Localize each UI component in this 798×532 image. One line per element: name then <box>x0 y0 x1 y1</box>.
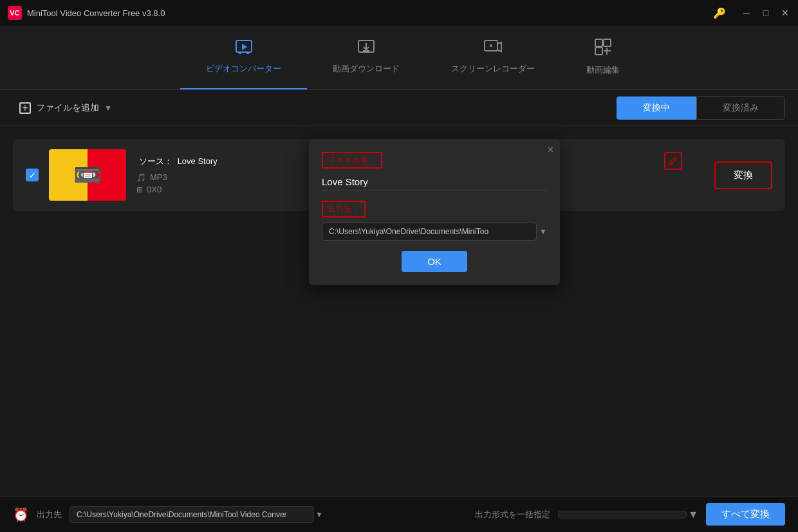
path-dropdown-icon[interactable]: ▼ <box>539 227 547 236</box>
format-batch-label: 出力形式を一括指定 <box>475 509 550 520</box>
main-content: 📼 ソース： Love Story 🎵 MP3 ⏱ 00:01:57 ⊞ 0X <box>0 126 798 496</box>
nav-item-video-converter[interactable]: ビデオコンバーター <box>180 26 307 89</box>
key-icon[interactable]: 🔑 <box>713 7 726 19</box>
output-label: 出力先： <box>322 201 366 217</box>
popup-close-button[interactable]: × <box>548 144 553 156</box>
screen-recorder-icon <box>484 40 502 58</box>
ok-button[interactable]: OK <box>402 251 467 272</box>
output-path-field[interactable]: C:\Users\Yukiya\OneDrive\Documents\MiniT… <box>322 223 537 241</box>
add-file-button[interactable]: + ファイルを追加 ▼ <box>13 98 118 118</box>
tab-converting[interactable]: 変換中 <box>617 96 696 120</box>
svg-rect-10 <box>604 39 611 46</box>
minimize-button[interactable]: ─ <box>741 8 752 18</box>
plus-icon: + <box>19 102 31 114</box>
title-bar: VC MiniTool Video Converter Free v3.8.0 … <box>0 0 798 26</box>
close-button[interactable]: ✕ <box>780 8 790 18</box>
cassette-icon: 📼 <box>73 161 102 188</box>
resolution-value: 0X0 <box>147 185 162 194</box>
video-edit-icon <box>595 39 611 59</box>
nav-item-screen-recorder[interactable]: スクリーンレコーダー <box>425 26 561 89</box>
resolution-icon: ⊞ <box>136 185 143 194</box>
filename-value: Love Story <box>322 174 547 190</box>
source-label: ソース： <box>139 156 172 166</box>
svg-rect-3 <box>246 53 249 54</box>
format-value: MP3 <box>150 172 167 182</box>
nav-bar: ビデオコンバーター 動画ダウンロード スクリーンレコー <box>0 26 798 90</box>
tab-converted[interactable]: 変換済み <box>696 96 785 120</box>
app-title: MiniTool Video Converter Free v3.8.0 <box>27 8 165 18</box>
svg-marker-1 <box>242 44 247 50</box>
output-section: 出力先： C:\Users\Yukiya\OneDrive\Documents\… <box>322 201 547 241</box>
tab-group: 変換中 変換済み <box>617 96 785 120</box>
maximize-button[interactable]: □ <box>761 8 771 18</box>
cassette-art: 📼 <box>49 149 126 201</box>
title-bar-controls: 🔑 ─ □ ✕ <box>713 7 790 19</box>
schedule-icon[interactable]: ⏰ <box>13 507 29 522</box>
format-icon: 🎵 <box>136 173 146 182</box>
format-select-arrow-icon[interactable]: ▼ <box>688 509 698 520</box>
svg-point-8 <box>490 44 492 47</box>
edit-icon-button[interactable] <box>664 152 682 170</box>
dropdown-arrow-icon: ▼ <box>104 104 112 113</box>
bottom-bar: ⏰ 出力先 C:\Users\Yukiya\OneDrive\Documents… <box>0 496 798 532</box>
svg-rect-9 <box>595 39 602 46</box>
bottom-path-arrow-icon[interactable]: ▼ <box>315 510 323 519</box>
nav-label-screen-recorder: スクリーンレコーダー <box>451 63 535 75</box>
window-controls: ─ □ ✕ <box>741 8 790 18</box>
toolbar: + ファイルを追加 ▼ 変換中 変換済み <box>0 90 798 126</box>
bottom-output-label: 出力先 <box>37 509 62 520</box>
video-download-icon <box>358 40 375 58</box>
nav-label-video-edit: 動画編集 <box>586 64 620 76</box>
nav-label-video-download: 動画ダウンロード <box>333 63 400 75</box>
nav-label-video-converter: ビデオコンバーター <box>206 63 281 75</box>
filename-label: ファイル名： <box>322 152 382 169</box>
svg-rect-11 <box>595 48 602 55</box>
file-checkbox[interactable] <box>26 169 39 181</box>
video-converter-icon <box>236 40 252 58</box>
bottom-output-path[interactable]: C:\Users\Yukiya\OneDrive\Documents\MiniT… <box>70 506 314 523</box>
nav-item-video-edit[interactable]: 動画編集 <box>561 26 645 89</box>
format-select-row: ▼ <box>558 509 698 520</box>
title-bar-left: VC MiniTool Video Converter Free v3.8.0 <box>8 6 165 20</box>
convert-button[interactable]: 変換 <box>714 161 772 189</box>
output-path-row: C:\Users\Yukiya\OneDrive\Documents\MiniT… <box>322 223 547 241</box>
svg-rect-2 <box>239 53 241 54</box>
convert-all-button[interactable]: すべて変換 <box>706 503 785 526</box>
filename-section: ファイル名： Love Story <box>322 152 547 190</box>
source-filename: Love Story <box>178 156 218 166</box>
format-select[interactable] <box>558 511 687 518</box>
nav-item-video-download[interactable]: 動画ダウンロード <box>307 26 425 89</box>
popup-dialog: × ファイル名： Love Story 出力先： C:\Users\Yukiya… <box>309 139 560 285</box>
add-file-label: ファイルを追加 <box>36 102 99 114</box>
nav-items: ビデオコンバーター 動画ダウンロード スクリーンレコー <box>180 26 645 89</box>
bottom-output-path-row: C:\Users\Yukiya\OneDrive\Documents\MiniT… <box>70 506 323 523</box>
file-thumbnail: 📼 <box>49 149 126 201</box>
app-logo: VC <box>8 6 22 20</box>
